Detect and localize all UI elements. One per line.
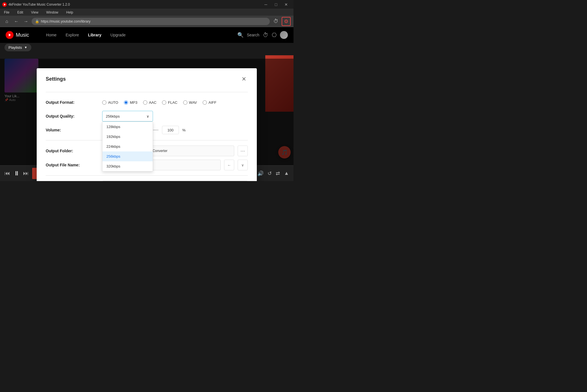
yt-avatar[interactable] bbox=[280, 31, 288, 39]
quality-option-192[interactable]: 192kbps bbox=[102, 132, 153, 142]
menu-window[interactable]: Window bbox=[45, 10, 60, 15]
yt-logo: Music bbox=[6, 31, 29, 39]
menu-view[interactable]: View bbox=[29, 10, 40, 15]
format-auto-radio[interactable] bbox=[102, 100, 106, 105]
output-quality-control: 256kbps ∨ 128kbps 192kbps 224kbps 256kbp… bbox=[102, 111, 248, 122]
svg-marker-1 bbox=[9, 34, 11, 36]
close-button[interactable]: ✕ bbox=[281, 1, 291, 8]
yt-nav-home[interactable]: Home bbox=[46, 33, 56, 37]
output-folder-label: Output Folder: bbox=[46, 149, 102, 153]
title-bar-controls: ─ □ ✕ bbox=[261, 1, 291, 8]
menu-edit[interactable]: Edit bbox=[16, 10, 25, 15]
dialog-title: Settings bbox=[46, 76, 66, 82]
filename-down-button[interactable]: ∨ bbox=[238, 160, 248, 170]
format-wav-radio[interactable] bbox=[183, 100, 187, 105]
url-text[interactable]: https://music.youtube.com/library bbox=[41, 19, 266, 23]
nav-right-buttons: ⏱ ⚙ bbox=[271, 17, 291, 26]
settings-nav-button[interactable]: ⚙ bbox=[282, 17, 291, 26]
menu-bar: File Edit View Window Help bbox=[0, 9, 294, 16]
format-mp3-radio[interactable] bbox=[124, 100, 128, 105]
app-title: 4kFinder YouTube Music Converter 1.2.0 bbox=[8, 3, 70, 6]
title-bar-left: 4kFinder YouTube Music Converter 1.2.0 bbox=[2, 2, 70, 7]
quality-chevron-icon: ∨ bbox=[146, 114, 149, 118]
app-icon bbox=[2, 2, 7, 7]
format-wav[interactable]: WAV bbox=[183, 100, 197, 105]
playlists-bar: Playlists ▼ bbox=[0, 43, 294, 55]
player-play-button[interactable]: ⏸ bbox=[14, 170, 20, 177]
dialog-divider-mid2 bbox=[46, 175, 248, 176]
player-controls: ⏮ ⏸ ⏭ bbox=[5, 170, 29, 177]
settings-dialog: Settings ✕ Output Format: AUTO MP3 AAC bbox=[37, 68, 257, 181]
quality-dropdown-wrapper: 256kbps ∨ 128kbps 192kbps 224kbps 256kbp… bbox=[102, 111, 153, 122]
yt-nav-explore[interactable]: Explore bbox=[65, 33, 79, 37]
yt-search-icon[interactable]: 🔍 bbox=[237, 32, 244, 38]
title-bar: 4kFinder YouTube Music Converter 1.2.0 ─… bbox=[0, 0, 294, 9]
quality-option-224[interactable]: 224kbps bbox=[102, 142, 153, 151]
player-next-button[interactable]: ⏭ bbox=[23, 170, 29, 177]
output-quality-label: Output Quality: bbox=[46, 114, 102, 118]
yt-nav-upgrade[interactable]: Upgrade bbox=[110, 33, 126, 37]
back-button[interactable]: ← bbox=[12, 17, 20, 25]
playlists-button[interactable]: Playlists ▼ bbox=[5, 44, 31, 51]
format-aac[interactable]: AAC bbox=[143, 100, 157, 105]
quality-selected-value: 256kbps bbox=[106, 114, 120, 118]
minimize-button[interactable]: ─ bbox=[261, 1, 271, 8]
output-quality-row: Output Quality: 256kbps ∨ 128kbps 192kbp… bbox=[46, 109, 248, 123]
volume-percent: % bbox=[182, 128, 186, 132]
output-filename-label: Output File Name: bbox=[46, 163, 102, 167]
svg-marker-0 bbox=[4, 3, 6, 6]
yt-nav: Home Explore Library Upgrade bbox=[46, 33, 232, 37]
format-aiff-radio[interactable] bbox=[203, 100, 207, 105]
dialog-close-button[interactable]: ✕ bbox=[240, 75, 248, 83]
main-area: Playlists ▼ Your Lik... 📌 Auto 🎵 Setting… bbox=[0, 43, 294, 181]
yt-header-right: 🔍 Search ⏱ ⎔ bbox=[237, 31, 288, 39]
url-bar: 🔒 https://music.youtube.com/library bbox=[32, 18, 270, 25]
shuffle-button[interactable]: ⇄ bbox=[276, 170, 280, 177]
volume-input[interactable] bbox=[162, 126, 179, 134]
quality-dropdown-menu: 128kbps 192kbps 224kbps 256kbps 320kbps bbox=[102, 122, 153, 171]
yt-logo-icon bbox=[6, 31, 14, 39]
quality-dropdown-button[interactable]: 256kbps ∨ bbox=[102, 111, 153, 122]
lock-icon: 🔒 bbox=[35, 19, 39, 23]
folder-browse-button[interactable]: ⋯ bbox=[238, 146, 248, 156]
format-auto[interactable]: AUTO bbox=[102, 100, 118, 105]
yt-cast-icon[interactable]: ⎔ bbox=[272, 32, 277, 38]
format-flac[interactable]: FLAC bbox=[162, 100, 177, 105]
quality-option-320[interactable]: 320kbps bbox=[102, 161, 153, 171]
playlists-chevron: ▼ bbox=[24, 46, 27, 49]
filename-arrow-button[interactable]: ← bbox=[224, 160, 234, 170]
output-organized-control: None ∨ bbox=[102, 181, 248, 181]
format-flac-radio[interactable] bbox=[162, 100, 166, 105]
dialog-divider-top bbox=[46, 92, 248, 92]
output-organized-row: Output Organized: None ∨ bbox=[46, 179, 248, 181]
yt-search-label[interactable]: Search bbox=[247, 33, 259, 37]
yt-music-header: Music Home Explore Library Upgrade 🔍 Sea… bbox=[0, 27, 294, 43]
menu-help[interactable]: Help bbox=[65, 10, 75, 15]
forward-button[interactable]: → bbox=[22, 17, 30, 25]
maximize-button[interactable]: □ bbox=[271, 1, 281, 8]
output-format-label: Output Format: bbox=[46, 100, 102, 105]
quality-option-256[interactable]: 256kbps bbox=[102, 151, 153, 161]
yt-nav-library[interactable]: Library bbox=[88, 33, 101, 37]
yt-history-icon[interactable]: ⏱ bbox=[263, 32, 268, 38]
output-format-row: Output Format: AUTO MP3 AAC FLAC bbox=[46, 96, 248, 109]
nav-bar: ⌂ ← → 🔒 https://music.youtube.com/librar… bbox=[0, 16, 294, 27]
output-format-control: AUTO MP3 AAC FLAC WAV bbox=[102, 100, 248, 105]
player-prev-button[interactable]: ⏮ bbox=[5, 170, 10, 177]
repeat-button[interactable]: ↺ bbox=[268, 170, 272, 177]
organized-dropdown[interactable]: None ∨ bbox=[102, 181, 248, 181]
home-button[interactable]: ⌂ bbox=[3, 17, 11, 25]
playlists-label: Playlists bbox=[8, 45, 22, 50]
yt-logo-text: Music bbox=[16, 32, 29, 38]
menu-file[interactable]: File bbox=[2, 10, 11, 15]
expand-button[interactable]: ▲ bbox=[284, 170, 289, 176]
format-mp3[interactable]: MP3 bbox=[124, 100, 137, 105]
dialog-header: Settings ✕ bbox=[46, 75, 248, 86]
format-aiff[interactable]: AIFF bbox=[203, 100, 216, 105]
format-aac-radio[interactable] bbox=[143, 100, 147, 105]
volume-button[interactable]: 🔊 bbox=[257, 170, 264, 177]
volume-label: Volume: bbox=[46, 128, 102, 132]
history-button[interactable]: ⏱ bbox=[271, 17, 281, 26]
quality-option-128[interactable]: 128kbps bbox=[102, 122, 153, 132]
